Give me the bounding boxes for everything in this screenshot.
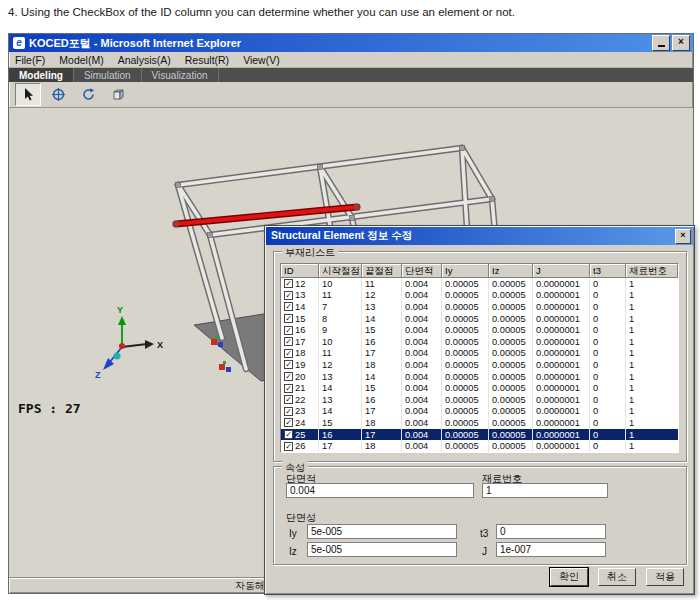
table-row[interactable]: ✓1311120.0040.000050.000050.000000101 <box>281 290 678 302</box>
column-header-iy[interactable]: Iy <box>442 264 489 278</box>
tab-modeling[interactable]: Modeling <box>9 68 74 82</box>
tab-simulation[interactable]: Simulation <box>74 68 142 82</box>
area-input[interactable] <box>286 483 474 498</box>
apply-button[interactable]: 적용 <box>646 568 684 586</box>
row-checkbox[interactable]: ✓ <box>284 291 293 300</box>
value-cell: 0 <box>590 290 626 302</box>
column-header-end-node[interactable]: 끝절점 <box>362 264 402 278</box>
close-button[interactable]: × <box>672 35 690 51</box>
column-header-iz[interactable]: Iz <box>489 264 533 278</box>
table-row[interactable]: ✓2013140.0040.000050.000050.000000101 <box>281 371 678 383</box>
dialog-close-button[interactable]: × <box>675 229 691 244</box>
row-checkbox[interactable]: ✓ <box>284 326 293 335</box>
value-cell: 0.00005 <box>489 278 533 290</box>
select-tool-button[interactable] <box>15 83 41 106</box>
value-cell: 1 <box>626 417 679 429</box>
value-cell: 18 <box>362 417 402 429</box>
row-checkbox[interactable]: ✓ <box>284 314 293 323</box>
value-cell: 1 <box>626 348 679 360</box>
id-cell: ✓20 <box>281 371 319 383</box>
value-cell: 0.00005 <box>489 429 533 441</box>
table-row[interactable]: ✓2213160.0040.000050.000050.000000101 <box>281 394 678 406</box>
menu-item-view[interactable]: View(V) <box>243 54 280 66</box>
row-checkbox[interactable]: ✓ <box>284 430 293 439</box>
menu-item-result[interactable]: Result(R) <box>185 54 229 66</box>
column-header-id[interactable]: ID <box>281 264 319 278</box>
axis-z-label: Z <box>95 370 101 380</box>
row-checkbox[interactable]: ✓ <box>284 349 293 358</box>
table-row[interactable]: ✓169150.0040.000050.000050.000000101 <box>281 324 678 336</box>
value-cell: 1 <box>626 371 679 383</box>
row-checkbox[interactable]: ✓ <box>284 337 293 346</box>
value-cell: 0.00005 <box>442 429 489 441</box>
column-header-area[interactable]: 단면적 <box>402 264 442 278</box>
rotate-icon <box>81 87 96 102</box>
cursor-icon <box>21 87 36 102</box>
cancel-button[interactable]: 취소 <box>598 568 636 586</box>
iz-input[interactable] <box>307 542 457 557</box>
caption-text: 4. Using the CheckBox of the ID column y… <box>8 6 515 18</box>
table-row[interactable]: ✓147130.0040.000050.000050.000000101 <box>281 301 678 313</box>
row-checkbox[interactable]: ✓ <box>284 302 293 311</box>
row-checkbox[interactable]: ✓ <box>284 384 293 393</box>
value-cell: 0.004 <box>402 290 442 302</box>
fit-view-tool-button[interactable] <box>105 83 131 106</box>
orbit-icon <box>51 87 66 102</box>
menu-item-file[interactable]: File(F) <box>15 54 45 66</box>
table-row[interactable]: ✓2314170.0040.000050.000050.000000101 <box>281 406 678 418</box>
row-checkbox[interactable]: ✓ <box>284 360 293 369</box>
value-cell: 0 <box>590 440 626 452</box>
window-titlebar[interactable]: e KOCED포털 - Microsoft Internet Explorer … <box>9 34 693 52</box>
row-checkbox[interactable]: ✓ <box>284 418 293 427</box>
table-row[interactable]: ✓1710160.0040.000050.000050.000000101 <box>281 336 678 348</box>
table-row[interactable]: ✓2516170.0040.000050.000050.000000101 <box>281 429 678 441</box>
value-cell: 18 <box>362 440 402 452</box>
value-cell: 0 <box>590 301 626 313</box>
minimize-button[interactable] <box>652 35 670 51</box>
value-cell: 0.004 <box>402 440 442 452</box>
table-row[interactable]: ✓1912180.0040.000050.000050.000000101 <box>281 359 678 371</box>
table-row[interactable]: ✓1811170.0040.000050.000050.000000101 <box>281 348 678 360</box>
member-table-body: ✓1210110.0040.000050.000050.000000101✓13… <box>281 278 678 452</box>
column-header-material[interactable]: 재료번호 <box>626 264 678 278</box>
row-checkbox[interactable]: ✓ <box>284 372 293 381</box>
value-cell: 0.0000001 <box>533 359 590 371</box>
t3-input[interactable] <box>496 524 606 539</box>
j-input[interactable] <box>496 542 606 557</box>
value-cell: 15 <box>362 382 402 394</box>
value-cell: 0.00005 <box>442 324 489 336</box>
column-header-j[interactable]: J <box>533 264 590 278</box>
row-checkbox[interactable]: ✓ <box>284 279 293 288</box>
table-row[interactable]: ✓2415180.0040.000050.000050.000000101 <box>281 417 678 429</box>
menu-item-model[interactable]: Model(M) <box>59 54 103 66</box>
value-cell: 11 <box>319 348 362 360</box>
row-checkbox[interactable]: ✓ <box>284 407 293 416</box>
tab-visualization[interactable]: Visualization <box>142 68 219 82</box>
pan-tool-button[interactable] <box>45 83 71 106</box>
table-row[interactable]: ✓158140.0040.000050.000050.000000101 <box>281 313 678 325</box>
ok-button[interactable]: 확인 <box>550 568 588 586</box>
table-row[interactable]: ✓2617180.0040.000050.000050.000000101 <box>281 440 678 452</box>
id-cell: ✓13 <box>281 290 319 302</box>
value-cell: 0 <box>590 324 626 336</box>
column-header-t3[interactable]: t3 <box>590 264 626 278</box>
value-cell: 0.0000001 <box>533 429 590 441</box>
member-list-group: 부재리스트 ID 시작절점 끝절점 단면적 Iy Iz J t3 재료번호 ✓1… <box>273 251 687 462</box>
row-checkbox[interactable]: ✓ <box>284 395 293 404</box>
value-cell: 17 <box>362 406 402 418</box>
value-cell: 17 <box>362 429 402 441</box>
column-header-start-node[interactable]: 시작절점 <box>319 264 362 278</box>
dialog-titlebar[interactable]: Structural Element 정보 수정 × <box>266 227 693 245</box>
iy-input[interactable] <box>307 524 457 539</box>
value-cell: 0.00005 <box>489 440 533 452</box>
value-cell: 16 <box>362 394 402 406</box>
rotate-tool-button[interactable] <box>75 83 101 106</box>
table-header: ID 시작절점 끝절점 단면적 Iy Iz J t3 재료번호 <box>281 264 678 278</box>
page: 4. Using the CheckBox of the ID column y… <box>0 0 700 600</box>
value-cell: 0.00005 <box>442 313 489 325</box>
menu-item-analysis[interactable]: Analysis(A) <box>118 54 171 66</box>
table-row[interactable]: ✓1210110.0040.000050.000050.000000101 <box>281 278 678 290</box>
table-row[interactable]: ✓2114150.0040.000050.000050.000000101 <box>281 382 678 394</box>
row-checkbox[interactable]: ✓ <box>284 442 293 451</box>
material-input[interactable] <box>482 483 608 498</box>
